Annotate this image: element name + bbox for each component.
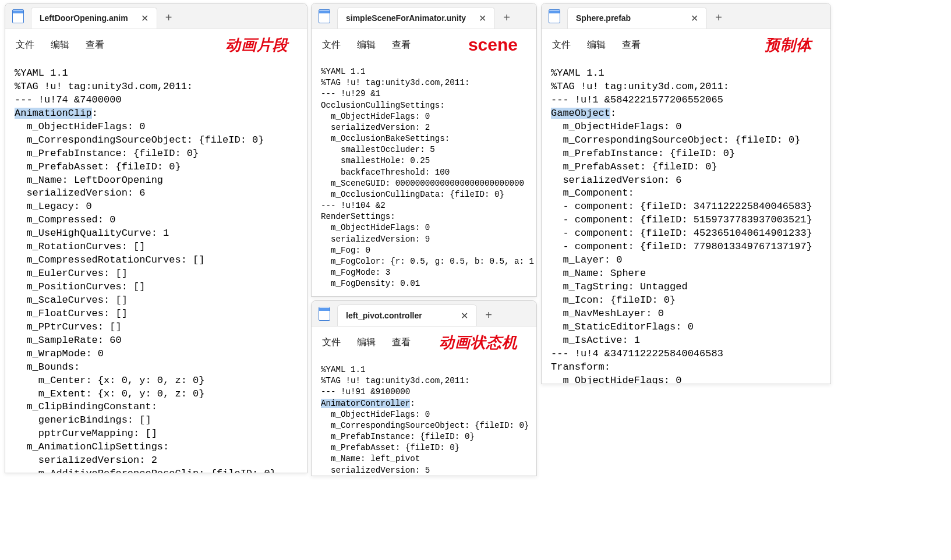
yaml-pre: %YAML 1.1 %TAG !u! tag:unity3d.com,2011:… [551,68,729,105]
titlebar: Sphere.prefab ✕ + [542,3,830,29]
yaml-pre: %YAML 1.1 %TAG !u! tag:unity3d.com,2011:… [321,365,469,396]
menu-file[interactable]: 文件 [322,336,341,349]
text-content[interactable]: %YAML 1.1 %TAG !u! tag:unity3d.com,2011:… [542,61,830,384]
notepad-app-icon [312,3,337,29]
titlebar: left_pivot.controller ✕ + [312,301,536,327]
notepad-window-prefab: Sphere.prefab ✕ + 文件 编辑 查看 预制体 %YAML 1.1… [541,3,831,384]
close-icon[interactable]: ✕ [476,13,489,24]
yaml-highlight: AnimatorController [321,399,410,408]
titlebar: simpleSceneForAnimator.unity ✕ + [312,3,536,29]
annotation-label: 动画片段 [225,35,288,55]
yaml-post: : m_ObjectHideFlags: 0 m_CorrespondingSo… [321,399,529,476]
notepad-app-icon [312,301,337,326]
tab-title: simpleSceneForAnimator.unity [346,13,466,23]
menu-edit[interactable]: 编辑 [587,39,606,51]
menu-file[interactable]: 文件 [552,39,571,51]
text-content[interactable]: %YAML 1.1 %TAG !u! tag:unity3d.com,2011:… [312,61,536,296]
file-tab[interactable]: simpleSceneForAnimator.unity ✕ [337,7,495,29]
yaml-pre: %YAML 1.1 %TAG !u! tag:unity3d.com,2011:… [15,68,193,105]
file-tab[interactable]: LeftDoorOpening.anim ✕ [31,7,157,29]
yaml-highlight: GameObject [551,108,610,119]
tab-title: left_pivot.controller [346,311,448,320]
tab-title: Sphere.prefab [576,13,678,23]
notepad-app-icon [542,3,567,29]
annotation-label: scene [468,35,518,55]
text-content[interactable]: %YAML 1.1 %TAG !u! tag:unity3d.com,2011:… [5,61,307,473]
new-tab-button[interactable]: + [495,7,518,29]
yaml-highlight: AnimationClip [15,108,92,119]
new-tab-button[interactable]: + [477,304,500,326]
menubar: 文件 编辑 查看 scene [312,29,536,61]
tab-title: LeftDoorOpening.anim [40,13,128,23]
menu-file[interactable]: 文件 [322,39,341,51]
menubar: 文件 编辑 查看 动画状态机 [312,327,536,359]
menu-view[interactable]: 查看 [86,39,104,51]
file-tab[interactable]: Sphere.prefab ✕ [567,7,707,29]
menu-edit[interactable]: 编辑 [357,336,376,349]
menu-view[interactable]: 查看 [392,336,411,349]
menu-edit[interactable]: 编辑 [357,39,376,51]
close-icon[interactable]: ✕ [688,13,701,24]
menu-view[interactable]: 查看 [392,39,411,51]
notepad-window-scene: simpleSceneForAnimator.unity ✕ + 文件 编辑 查… [311,3,537,297]
menubar: 文件 编辑 查看 动画片段 [5,29,307,61]
file-tab[interactable]: left_pivot.controller ✕ [337,304,477,326]
menubar: 文件 编辑 查看 预制体 [542,29,830,61]
notepad-app-icon [5,3,31,29]
yaml-body: %YAML 1.1 %TAG !u! tag:unity3d.com,2011:… [321,67,534,288]
annotation-label: 预制体 [765,35,812,55]
yaml-post: : m_ObjectHideFlags: 0 m_CorrespondingSo… [15,108,276,473]
new-tab-button[interactable]: + [707,7,730,29]
close-icon[interactable]: ✕ [458,310,471,321]
menu-view[interactable]: 查看 [622,39,641,51]
text-content[interactable]: %YAML 1.1 %TAG !u! tag:unity3d.com,2011:… [312,359,536,476]
close-icon[interactable]: ✕ [139,13,151,24]
yaml-post: : m_ObjectHideFlags: 0 m_CorrespondingSo… [551,108,812,384]
notepad-window-anim: LeftDoorOpening.anim ✕ + 文件 编辑 查看 动画片段 %… [5,3,307,473]
titlebar: LeftDoorOpening.anim ✕ + [5,3,307,29]
menu-edit[interactable]: 编辑 [51,39,69,51]
menu-file[interactable]: 文件 [16,39,34,51]
notepad-window-controller: left_pivot.controller ✕ + 文件 编辑 查看 动画状态机… [311,300,537,476]
annotation-label: 动画状态机 [439,332,518,353]
new-tab-button[interactable]: + [157,7,181,29]
